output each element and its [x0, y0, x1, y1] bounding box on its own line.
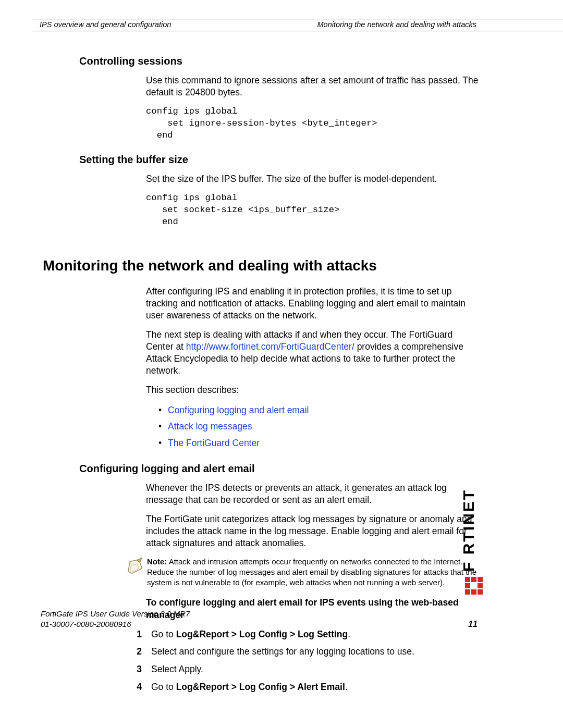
link-fortiguard-center[interactable]: The FortiGuard Center: [168, 438, 260, 448]
svg-rect-1: [471, 577, 476, 582]
footer-line2: 01-30007-0080-20080916: [41, 619, 190, 630]
svg-rect-7: [478, 589, 483, 595]
monitoring-p3: This section describes:: [146, 384, 481, 396]
configuring-logging-p2: The FortiGate unit categorizes attack lo…: [146, 513, 481, 549]
svg-rect-5: [465, 589, 470, 595]
step-text: Select and configure the settings for an…: [151, 646, 478, 658]
step4-c: .: [345, 682, 348, 692]
svg-text:F  RTINET: F RTINET: [463, 489, 477, 572]
note-block: Note: Attack and intrusion attempts occu…: [125, 557, 481, 587]
svg-rect-0: [465, 577, 470, 582]
controlling-sessions-code: config ips global set ignore-session-byt…: [146, 106, 481, 141]
note-icon: [125, 557, 147, 587]
bullet-item: •The FortiGuard Center: [158, 436, 481, 450]
buffer-size-body: Set the size of the IPS buffer. The size…: [146, 173, 481, 185]
link-attack-log-messages[interactable]: Attack log messages: [168, 421, 252, 431]
step-text: Select Apply.: [151, 663, 478, 676]
monitoring-p2: The next step is dealing with attacks if…: [146, 329, 481, 377]
heading-monitoring-network: Monitoring the network and dealing with …: [43, 257, 481, 274]
heading-configuring-logging: Configuring logging and alert email: [79, 463, 481, 475]
svg-rect-3: [465, 583, 470, 588]
svg-rect-6: [471, 589, 476, 595]
numbered-steps: 1 Go to Log&Report > Log Config > Log Se…: [128, 628, 478, 694]
section-bullet-list: •Configuring logging and alert email •At…: [158, 403, 481, 450]
step-number: 4: [128, 681, 142, 694]
monitoring-p1: After configuring IPS and enabling it in…: [146, 286, 481, 322]
task-heading: To configure logging and alert email for…: [146, 597, 481, 621]
note-body: Attack and intrusion attempts occur freq…: [147, 557, 476, 587]
step1-path: Log&Report > Log Config > Log Setting: [176, 629, 348, 639]
footer-line1: FortiGate IPS User Guide Version 3.0 MR7: [41, 609, 190, 619]
step4-path: Log&Report > Log Config > Alert Email: [176, 682, 345, 692]
fortiguard-link[interactable]: http://www.fortinet.com/FortiGuardCenter…: [186, 341, 354, 352]
page-number: 11: [468, 620, 478, 629]
bullet-dot-icon: •: [158, 419, 168, 434]
step-number: 1: [128, 628, 142, 641]
svg-rect-2: [478, 577, 483, 582]
step-number: 2: [128, 646, 142, 658]
heading-controlling-sessions: Controlling sessions: [79, 55, 481, 67]
configuring-logging-p1: Whenever the IPS detects or prevents an …: [146, 482, 481, 506]
document-page: IPS overview and general configuration M…: [0, 0, 563, 728]
step-text: Go to Log&Report > Log Config > Alert Em…: [151, 681, 478, 694]
bullet-dot-icon: •: [158, 436, 168, 450]
step1-c: .: [348, 629, 350, 639]
note-text: Note: Attack and intrusion attempts occu…: [147, 557, 481, 587]
page-footer: FortiGate IPS User Guide Version 3.0 MR7…: [41, 609, 190, 629]
page-content: Controlling sessions Use this command to…: [79, 55, 481, 693]
page-header-rule: IPS overview and general configuration M…: [32, 19, 563, 31]
header-right-text: Monitoring the network and dealing with …: [317, 20, 476, 29]
note-prefix: Note:: [147, 557, 167, 566]
step-text: Go to Log&Report > Log Config > Log Sett…: [151, 628, 478, 641]
heading-setting-buffer-size: Setting the buffer size: [79, 154, 481, 166]
step4-a: Go to: [151, 682, 176, 692]
buffer-size-code: config ips global set socket-size <ips_b…: [146, 192, 481, 228]
bullet-item: •Configuring logging and alert email: [158, 403, 481, 417]
header-left-text: IPS overview and general configuration: [40, 20, 171, 29]
bullet-item: •Attack log messages: [158, 419, 481, 434]
step-number: 3: [128, 663, 142, 676]
bullet-dot-icon: •: [158, 403, 168, 417]
link-configuring-logging[interactable]: Configuring logging and alert email: [168, 405, 309, 415]
fortinet-logo-icon: F RTINET: [463, 489, 485, 604]
controlling-sessions-body: Use this command to ignore sessions afte…: [146, 75, 481, 98]
svg-rect-4: [478, 583, 483, 588]
step1-a: Go to: [151, 629, 176, 639]
